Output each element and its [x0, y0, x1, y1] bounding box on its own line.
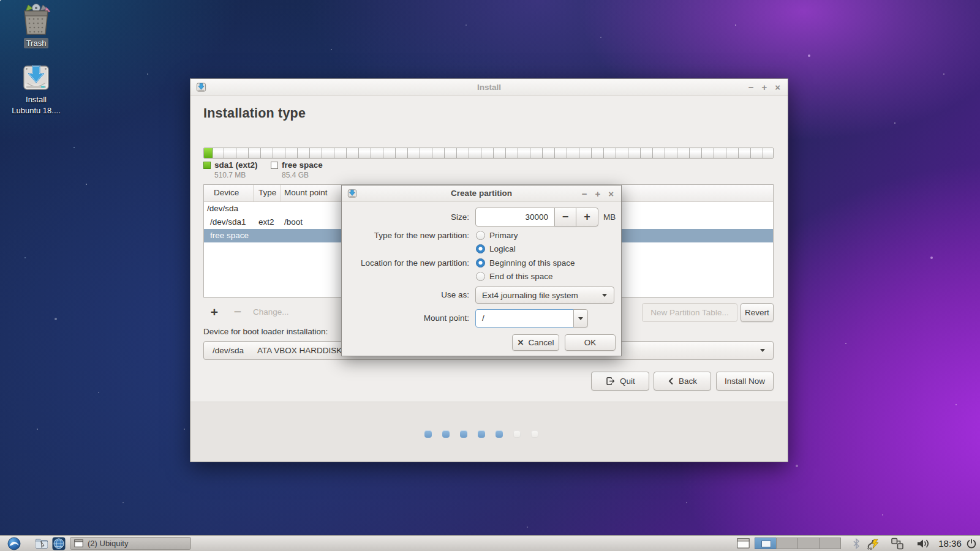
maximize-button[interactable]: +	[761, 83, 767, 92]
workspace-cell[interactable]	[819, 538, 841, 549]
radio-end-label[interactable]: End of this space	[489, 272, 553, 282]
power-icon	[966, 538, 977, 549]
desktop-icon-trash[interactable]: Trash	[12, 4, 60, 48]
mount-point-dropdown-button[interactable]	[573, 309, 588, 328]
network-icon	[891, 537, 904, 550]
legend-size-sda1: 510.7 MB	[214, 171, 246, 179]
back-icon	[668, 377, 674, 385]
show-desktop-button[interactable]	[735, 536, 751, 551]
quit-label: Quit	[620, 377, 635, 386]
volume-indicator[interactable]	[914, 536, 932, 551]
volume-icon	[916, 538, 930, 549]
change-partition-button[interactable]: Change...	[253, 303, 289, 321]
column-header-mount-point[interactable]: Mount point	[281, 185, 342, 201]
column-header-device[interactable]: Device	[204, 185, 254, 201]
legend-swatch-sda1	[203, 162, 211, 169]
web-browser-button[interactable]	[50, 536, 67, 551]
file-manager-icon	[35, 538, 48, 549]
cell-device: /dev/sda	[204, 202, 254, 216]
quit-button[interactable]: Quit	[591, 372, 649, 391]
workspace-cell[interactable]	[755, 538, 777, 549]
bluetooth-indicator[interactable]	[851, 536, 861, 551]
progress-dot	[496, 430, 503, 438]
size-increment-button[interactable]: +	[576, 208, 598, 227]
dialog-title: Create partition	[342, 186, 621, 201]
trash-label: Trash	[24, 38, 49, 48]
dialog-close-button[interactable]: ×	[608, 189, 614, 198]
progress-dot	[424, 430, 432, 438]
radio-logical-label[interactable]: Logical	[489, 244, 516, 254]
size-unit-label: MB	[603, 208, 616, 227]
radio-beginning-label[interactable]: Beginning of this space	[489, 258, 575, 268]
trash-icon	[20, 4, 53, 36]
cancel-x-icon: ✕	[518, 338, 524, 347]
taskbar: (2) Ubiquity	[0, 535, 980, 551]
desktop-icon-install[interactable]: Install Lubuntu 18....	[6, 62, 66, 116]
power-manager-indicator[interactable]	[865, 536, 882, 551]
mount-point-input[interactable]: /	[475, 309, 574, 328]
radio-primary[interactable]	[476, 231, 485, 240]
use-as-value: Ext4 journaling file system	[476, 291, 578, 300]
revert-button[interactable]: Revert	[741, 303, 774, 322]
use-as-select[interactable]: Ext4 journaling file system	[475, 287, 614, 304]
workspace-pager[interactable]	[755, 538, 840, 549]
partition-bar-free-segment	[212, 148, 773, 158]
install-label-line2: Lubuntu 18....	[9, 105, 63, 116]
progress-dot	[442, 430, 450, 438]
back-button[interactable]: Back	[654, 372, 711, 391]
taskbar-window-button-ubiquity[interactable]: (2) Ubiquity	[70, 537, 191, 550]
cell-type: ext2	[254, 216, 281, 229]
boot-device-description: ATA VBOX HARDDISK (	[244, 346, 347, 355]
mount-point-label: Mount point:	[342, 309, 469, 328]
install-window-title: Install	[190, 79, 788, 96]
add-partition-button[interactable]: +	[208, 303, 221, 321]
footer-strip	[190, 402, 788, 462]
column-header-type[interactable]: Type	[254, 185, 281, 201]
minimize-button[interactable]: −	[748, 83, 754, 92]
back-label: Back	[679, 377, 697, 386]
dialog-minimize-button[interactable]: −	[582, 189, 587, 198]
cell-device: free space	[204, 229, 326, 242]
legend-name-free-space: free space	[282, 160, 323, 170]
bluetooth-icon	[853, 538, 860, 549]
cancel-label: Cancel	[528, 338, 554, 347]
start-menu-button[interactable]	[2, 536, 26, 551]
power-button[interactable]	[964, 536, 979, 551]
network-indicator[interactable]	[888, 536, 907, 551]
progress-dot	[513, 430, 521, 438]
lubuntu-logo-icon	[7, 537, 21, 550]
radio-logical[interactable]	[476, 244, 485, 253]
progress-dot	[531, 430, 538, 438]
minus-icon: −	[562, 211, 569, 223]
file-manager-button[interactable]	[33, 536, 50, 551]
close-button[interactable]: ×	[775, 83, 780, 92]
new-partition-table-button[interactable]: New Partition Table...	[642, 303, 737, 322]
show-desktop-icon	[737, 538, 750, 549]
new-partition-table-label: New Partition Table...	[650, 308, 728, 317]
size-input[interactable]: 30000	[475, 208, 555, 227]
clock[interactable]: 18:36	[936, 536, 964, 551]
desktop: Trash Install Lubuntu 18....	[0, 0, 980, 551]
install-window-titlebar[interactable]: Install − + ×	[190, 79, 788, 96]
quit-icon	[605, 376, 616, 386]
radio-beginning[interactable]	[476, 258, 485, 268]
install-now-button[interactable]: Install Now	[716, 372, 774, 391]
dialog-maximize-button[interactable]: +	[595, 189, 600, 198]
dialog-titlebar[interactable]: Create partition − + ×	[342, 186, 621, 202]
location-label: Location for the new partition:	[342, 258, 469, 268]
radio-primary-label[interactable]: Primary	[489, 231, 518, 241]
progress-dots	[424, 429, 549, 440]
cancel-button[interactable]: ✕ Cancel	[512, 334, 559, 351]
workspace-cell[interactable]	[797, 538, 820, 549]
ok-button[interactable]: OK	[565, 334, 616, 351]
remove-partition-button[interactable]: −	[231, 302, 244, 321]
size-decrement-button[interactable]: −	[554, 208, 576, 227]
cell-mount-point: /boot	[281, 216, 342, 229]
install-label-line1: Install	[23, 94, 49, 105]
radio-end[interactable]	[476, 272, 485, 281]
plus-icon: +	[584, 211, 590, 223]
page-title: Installation type	[203, 106, 306, 121]
partition-bar-used-segment	[204, 148, 213, 158]
workspace-cell[interactable]	[776, 538, 798, 549]
ok-label: OK	[584, 338, 597, 347]
